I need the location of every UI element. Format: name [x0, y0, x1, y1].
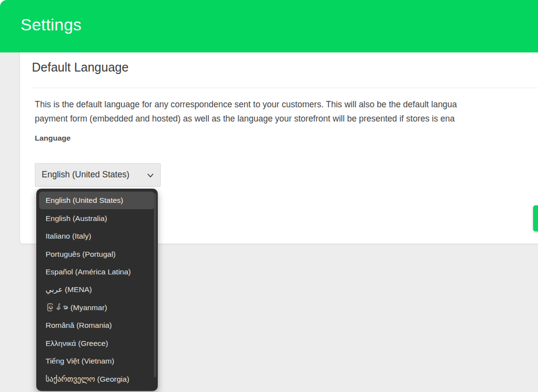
page-header: Settings [0, 0, 538, 52]
language-select[interactable]: English (United States) [35, 163, 161, 187]
chevron-down-icon [147, 172, 154, 179]
language-option[interactable]: English (Australia) [39, 209, 154, 227]
description-line-1: This is the default language for any cor… [35, 98, 457, 112]
language-option[interactable]: Italiano (Italy) [39, 227, 154, 245]
language-option[interactable]: မြန်မာ (Myanmar) [39, 299, 154, 317]
card-divider [32, 88, 538, 88]
language-option[interactable]: Română (Romania) [39, 317, 154, 334]
language-option[interactable]: عربي (MENA) [39, 281, 154, 298]
language-option[interactable]: Español (América Latina) [39, 263, 154, 281]
language-field-label: Language [35, 134, 71, 143]
description-line-2: payment form (embedded and hosted) as we… [35, 112, 457, 126]
card-title: Default Language [32, 60, 128, 74]
language-option-list: English (United States) English (Austral… [36, 192, 158, 388]
language-select-value: English (United States) [42, 170, 129, 180]
language-option[interactable]: Tiếng Việt (Vietnam) [39, 352, 154, 370]
dropdown-scrollbar[interactable] [154, 193, 156, 377]
language-option[interactable]: Português (Portugal) [39, 245, 154, 263]
language-option[interactable]: Ελληνικά (Greece) [39, 335, 154, 352]
language-description: This is the default language for any cor… [35, 98, 457, 125]
language-dropdown: English (United States) English (Austral… [36, 189, 158, 391]
language-option[interactable]: English (United States) [39, 192, 154, 209]
page-title: Settings [21, 15, 81, 34]
language-option[interactable]: საქართველო (Georgia) [39, 370, 154, 388]
save-button[interactable] [533, 205, 538, 231]
